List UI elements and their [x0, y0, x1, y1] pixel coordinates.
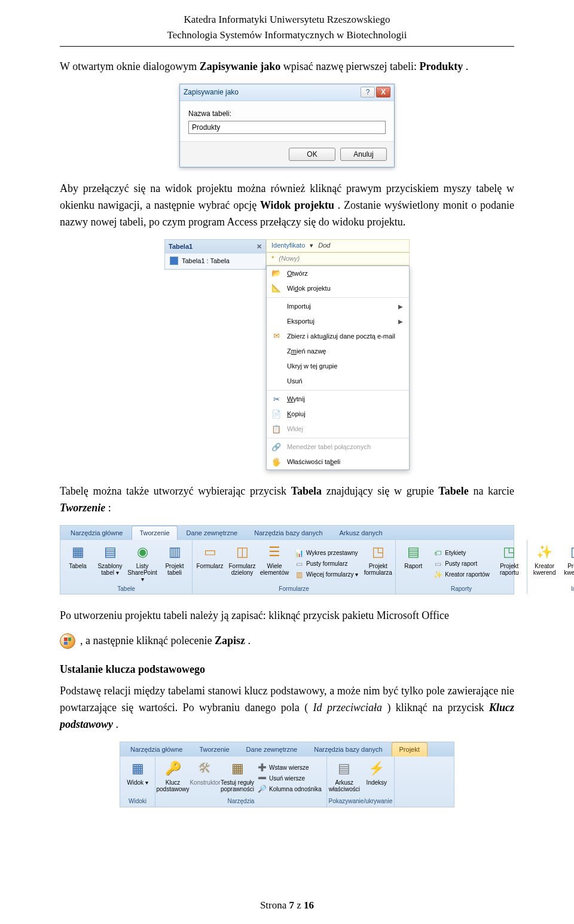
open-icon: 📂: [271, 269, 281, 278]
btn-formularz[interactable]: ▭Formularz: [195, 542, 225, 585]
ctx-wlasciwosci[interactable]: 🖐Właściwości tabeli: [267, 455, 409, 469]
page-header: Katedra Informatyki Uniwersytetu Rzeszow…: [60, 12, 514, 44]
btn-wykres-przestawny[interactable]: 📊Wykres przestawny: [294, 548, 358, 558]
tab-narzedzia-bazy[interactable]: Narzędzia bazy danych: [246, 526, 330, 540]
ctx-separator: [267, 390, 409, 391]
page-number: Strona 7 z 16: [260, 899, 314, 911]
btn-pusty-formularz[interactable]: ▭Pusty formularz: [294, 559, 358, 569]
blank-report-icon: ▭: [433, 559, 442, 569]
tab2-projekt[interactable]: Projekt: [392, 742, 428, 757]
btn-konstruktor: 🛠Konstruktor: [190, 759, 220, 798]
split-form-icon: ◫: [233, 542, 252, 562]
ctx-wklej: 📋Wklej: [267, 422, 409, 437]
ribbon-design: Narzędzia główne Tworzenie Dane zewnętrz…: [120, 742, 454, 807]
builder-icon: 🛠: [196, 759, 215, 778]
group-inne: ✨Kreator kwerend ◳Projekt kwerendy 📜Makr…: [527, 540, 574, 594]
nav-header-text: Tabela1: [169, 242, 193, 252]
mail-icon: ✉: [271, 332, 281, 341]
properties-icon: 🖐: [271, 458, 281, 467]
tab2-tworzenie[interactable]: Tworzenie: [191, 742, 237, 757]
btn-indeksy[interactable]: ⚡Indeksy: [362, 759, 392, 798]
ctx-separator: [267, 438, 409, 438]
page-footer: Strona 7 z 16: [0, 898, 574, 913]
btn-szablony-tabel[interactable]: ▤Szablony tabel ▾: [95, 542, 125, 585]
property-sheet-icon: ▤: [335, 759, 354, 778]
btn-projekt-kwerendy[interactable]: ◳Projekt kwerendy: [562, 542, 574, 585]
blank-form-icon: ▭: [294, 559, 304, 569]
ctx-kopiuj[interactable]: 📄Kopiuj: [267, 407, 409, 422]
linked-tables-icon: 🔗: [271, 443, 281, 452]
btn-projekt-raportu[interactable]: ◳Projekt raportu: [494, 542, 524, 585]
navigation-panel: Tabela1 ✕ Tabela1 : Tabela: [164, 239, 266, 270]
collapse-icon[interactable]: ✕: [257, 242, 262, 252]
btn-raport[interactable]: ▤Raport: [398, 542, 428, 585]
btn-formularz-dzielony[interactable]: ◫Formularz dzielony: [227, 542, 257, 585]
ctx-wytnij[interactable]: ✂Wytnij: [267, 392, 409, 407]
ctx-zmien-nazwe[interactable]: Zmień nazwę: [267, 344, 409, 359]
table-icon: [170, 257, 178, 265]
btn-listy-sharepoint[interactable]: ◉Listy SharePoint ▾: [127, 542, 157, 585]
ctx-eksportuj[interactable]: Eksportuj▶: [267, 314, 409, 329]
btn-kreator-raportow[interactable]: ✨Kreator raportów: [433, 570, 489, 580]
submenu-arrow-icon: ▶: [398, 302, 403, 312]
btn-etykiety[interactable]: 🏷Etykiety: [433, 548, 489, 558]
form-icon: ▭: [200, 542, 219, 562]
table-name-input[interactable]: [188, 121, 386, 134]
btn-kreator-kwerend[interactable]: ✨Kreator kwerend: [530, 542, 560, 585]
datasheet-header: Identyfikato ▾ Dod: [266, 239, 410, 252]
indexes-icon: ⚡: [367, 759, 386, 778]
btn-kolumna-odnosnika[interactable]: 🔎Kolumna odnośnika: [257, 785, 322, 794]
btn-usun-wiersze[interactable]: ➖Usuń wiersze: [257, 774, 322, 783]
office-button[interactable]: [60, 633, 75, 649]
ctx-importuj[interactable]: Importuj▶: [267, 299, 409, 314]
paragraph-intro: W otwartym oknie dialogowym Zapisywanie …: [60, 59, 514, 75]
ribbon2-groups: ▦Widok ▾ Widoki 🔑Klucz podstawowy 🛠Konst…: [120, 757, 454, 807]
table-design-icon: ▥: [165, 542, 184, 562]
btn-wiele-elementow[interactable]: ☰Wiele elementów: [259, 542, 289, 585]
btn-wstaw-wiersze[interactable]: ➕Wstaw wiersze: [257, 763, 322, 773]
btn-widok[interactable]: ▦Widok ▾: [123, 759, 152, 798]
help-button[interactable]: ?: [361, 87, 375, 97]
tab-arkusz-danych[interactable]: Arkusz danych: [332, 526, 390, 540]
query-wizard-icon: ✨: [535, 542, 554, 562]
group-label: Tabele: [60, 584, 192, 594]
ctx-ukryj[interactable]: Ukryj w tej grupie: [267, 359, 409, 374]
heading-primary-key: Ustalanie klucza podstawowego: [60, 661, 514, 678]
sharepoint-icon: ◉: [133, 542, 152, 562]
query-design-icon: ◳: [567, 542, 574, 562]
btn-klucz-podstawowy[interactable]: 🔑Klucz podstawowy: [158, 759, 188, 798]
design-view-icon: 📐: [271, 283, 281, 293]
dialog-titlebar[interactable]: Zapisywanie jako ? X: [180, 84, 394, 101]
tab2-dane-zewnetrzne[interactable]: Dane zewnętrzne: [239, 742, 306, 757]
tab-narzedzia-glowne[interactable]: Narzędzia główne: [63, 526, 130, 540]
ctx-zbierz-dane[interactable]: ✉Zbierz i aktualizuj dane pocztą e-mail: [267, 329, 409, 344]
btn-testuj-reguly[interactable]: ▦Testuj reguły poprawności: [222, 759, 252, 798]
ctx-usun[interactable]: Usuń: [267, 374, 409, 389]
nav-panel-header[interactable]: Tabela1 ✕: [165, 240, 265, 254]
close-button[interactable]: X: [376, 87, 390, 97]
btn-pusty-raport[interactable]: ▭Pusty raport: [433, 559, 489, 569]
ok-button[interactable]: OK: [289, 148, 335, 161]
tab2-narzedzia-glowne[interactable]: Narzędzia główne: [123, 742, 190, 757]
btn-arkusz-wlasciwosci[interactable]: ▤Arkusz właściwości: [329, 759, 359, 798]
multi-items-icon: ☰: [265, 542, 284, 562]
btn-wiecej-formularzy[interactable]: ▥Więcej formularzy ▾: [294, 570, 358, 580]
form-design-icon: ◳: [368, 542, 387, 562]
submenu-arrow-icon: ▶: [398, 317, 403, 327]
tab2-narzedzia-bazy[interactable]: Narzędzia bazy danych: [306, 742, 390, 757]
btn-tabela[interactable]: ▦Tabela: [63, 542, 93, 585]
tab-dane-zewnetrzne[interactable]: Dane zewnętrzne: [179, 526, 246, 540]
cut-icon: ✂: [271, 395, 281, 404]
ctx-widok-projektu[interactable]: 📐Widok projektu: [267, 281, 409, 296]
btn-projekt-tabeli[interactable]: ▥Projekt tabeli: [160, 542, 190, 585]
btn-projekt-formularza[interactable]: ◳Projekt formularza: [363, 542, 393, 585]
ctx-otworz[interactable]: 📂Otwórz: [267, 266, 409, 281]
context-menu: 📂Otwórz 📐Widok projektu Importuj▶ Ekspor…: [266, 266, 410, 471]
save-as-dialog: Zapisywanie jako ? X Nazwa tabeli: OK An…: [179, 84, 395, 168]
nav-item-tabela1[interactable]: Tabela1 : Tabela: [165, 254, 265, 269]
tab-tworzenie[interactable]: Tworzenie: [132, 526, 177, 540]
primary-key-icon: 🔑: [163, 759, 182, 778]
cancel-button[interactable]: Anuluj: [340, 148, 387, 161]
report-wizard-icon: ✨: [433, 570, 442, 580]
col-identyfikator: Identyfikato: [271, 240, 305, 251]
